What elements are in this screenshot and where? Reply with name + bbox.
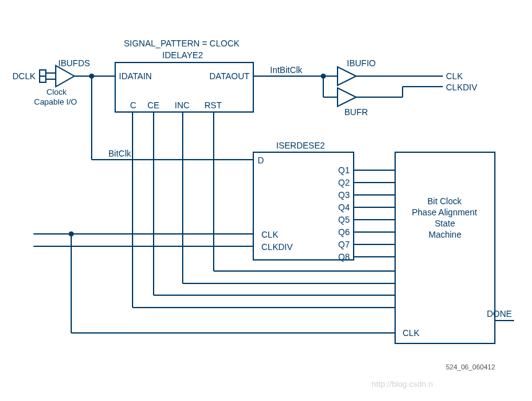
ibufio-label: IBUFIO bbox=[347, 59, 376, 67]
svg-marker-4 bbox=[56, 66, 74, 87]
q7-label: Q7 bbox=[338, 240, 350, 249]
clkdiv-out-label: CLKDIV bbox=[446, 83, 477, 92]
bitclk-label: BitClk bbox=[108, 149, 131, 158]
inc-pin-label: INC bbox=[175, 101, 190, 110]
clk-sm-label: CLK bbox=[403, 329, 419, 337]
q3-label: Q3 bbox=[338, 191, 350, 199]
signal-pattern-label: SIGNAL_PATTERN = CLOCK bbox=[124, 39, 240, 48]
rst-pin-label: RST bbox=[204, 101, 222, 110]
clk-in-label: CLK bbox=[261, 230, 278, 239]
watermark-blog: http://blog.csdn.n bbox=[372, 379, 433, 389]
sm-line2: Phase Alignment bbox=[412, 208, 477, 217]
clock-capable-io-2: Capable I/O bbox=[34, 98, 77, 106]
done-label: DONE bbox=[487, 309, 512, 318]
q8-label: Q8 bbox=[338, 252, 350, 261]
svg-marker-16 bbox=[338, 88, 356, 106]
intbitclk-label: IntBitClk bbox=[270, 66, 302, 74]
q4-label: Q4 bbox=[338, 203, 350, 212]
ce-pin-label: CE bbox=[147, 101, 159, 110]
sm-line1: Bit Clock bbox=[427, 197, 461, 205]
idatain-label: IDATAIN bbox=[119, 72, 152, 80]
svg-rect-0 bbox=[40, 70, 46, 76]
clkdiv-in-label: CLKDIV bbox=[261, 243, 293, 251]
ibufds-label: IBUFDS bbox=[58, 59, 90, 67]
state-machine-block bbox=[395, 152, 495, 344]
q1-label: Q1 bbox=[338, 166, 350, 175]
figure-id-label: 524_06_060412 bbox=[446, 364, 495, 371]
dclk-label: DCLK bbox=[12, 72, 35, 80]
sm-line4: Machine bbox=[429, 230, 461, 239]
q5-label: Q5 bbox=[338, 215, 350, 224]
iserdese2-title: ISERDESE2 bbox=[276, 141, 325, 150]
dataout-label: DATAOUT bbox=[209, 72, 250, 80]
svg-marker-12 bbox=[338, 67, 356, 85]
c-pin-label: C bbox=[130, 101, 136, 110]
q2-label: Q2 bbox=[338, 178, 350, 187]
sm-line3: State bbox=[435, 219, 455, 228]
clock-capable-io-1: Clock bbox=[46, 88, 67, 96]
q6-label: Q6 bbox=[338, 228, 350, 236]
bufr-label: BUFR bbox=[344, 108, 368, 116]
clk-out-label: CLK bbox=[446, 72, 463, 80]
svg-rect-1 bbox=[40, 76, 46, 82]
d-pin-label: D bbox=[258, 156, 264, 165]
idelaye2-title: IDELAYE2 bbox=[162, 51, 203, 59]
